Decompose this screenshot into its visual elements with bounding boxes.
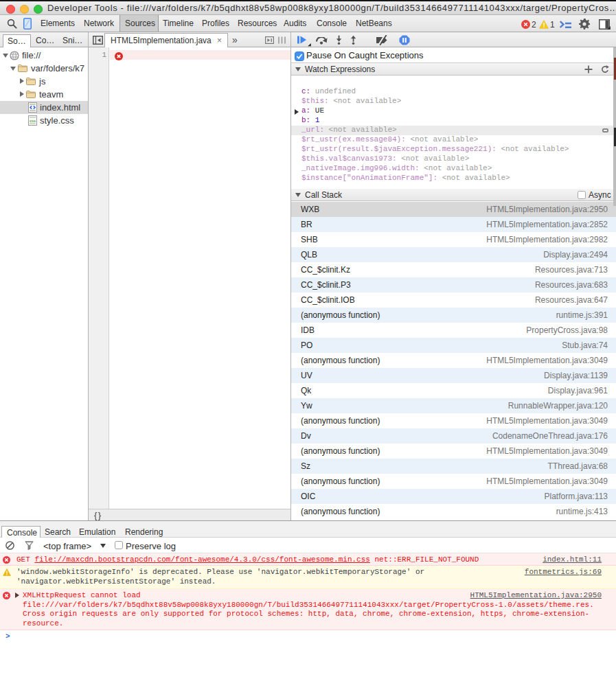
- svg-text:css: css: [30, 119, 36, 123]
